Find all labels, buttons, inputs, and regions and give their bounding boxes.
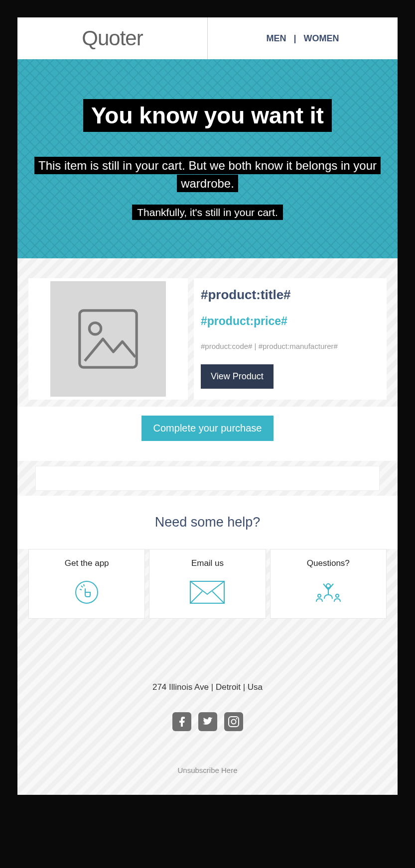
twitter-icon[interactable] [198,712,217,731]
product-image-placeholder [50,281,166,397]
product-info-card: #product:title# #product:price# #product… [194,278,387,400]
hero-subtitle-1: This item is still in your cart. But we … [34,157,381,192]
svg-line-5 [80,589,82,590]
tap-icon [33,577,140,607]
svg-point-9 [326,584,330,588]
svg-point-17 [236,718,237,720]
svg-point-14 [336,594,339,597]
hero-title: You know you want it [83,99,332,132]
svg-line-3 [81,586,83,587]
brand-logo: Quoter [82,26,142,50]
footer: 274 Illinois Ave | Detroit | Usa Unsubsc… [17,652,398,795]
svg-line-12 [328,584,333,590]
product-price: #product:price# [201,315,380,328]
hero-subtitle-2: Thankfully, it's still in your cart. [132,205,283,220]
nav-men-link[interactable]: MEN [266,33,286,43]
help-card-label: Get the app [33,558,140,568]
envelope-icon [153,577,261,607]
instagram-icon[interactable] [224,712,243,731]
facebook-icon[interactable] [172,712,191,731]
view-product-button[interactable]: View Product [201,364,274,389]
people-icon [275,577,382,607]
svg-rect-15 [229,717,239,727]
svg-line-4 [84,584,84,586]
image-placeholder-icon [76,307,140,371]
help-card-app[interactable]: Get the app [28,549,145,619]
product-title: #product:title# [201,287,380,303]
help-card-label: Questions? [275,558,382,568]
help-card-questions[interactable]: Questions? [270,549,387,619]
svg-point-16 [231,720,236,724]
help-card-email[interactable]: Email us [149,549,266,619]
svg-point-1 [89,323,101,334]
svg-point-13 [318,594,321,597]
primary-nav: MEN | WOMEN [266,33,339,44]
svg-line-7 [190,591,202,603]
nav-women-link[interactable]: WOMEN [304,33,339,43]
unsubscribe-link[interactable]: Unsubscribe Here [177,766,237,774]
help-card-label: Email us [153,558,261,568]
divider-strip [35,466,380,491]
product-row: #product:title# #product:price# #product… [17,278,398,400]
help-title: Need some help? [17,496,398,549]
footer-address: 274 Illinois Ave | Detroit | Usa [27,682,388,692]
svg-line-8 [212,591,224,603]
product-image-card [28,278,188,400]
product-meta: #product:code# | #product:manufacturer# [201,342,380,350]
header: Quoter MEN | WOMEN [17,17,398,59]
hero-banner: You know you want it This item is still … [17,59,398,258]
svg-line-11 [323,584,328,590]
complete-purchase-button[interactable]: Complete your purchase [141,416,274,441]
nav-separator: | [293,33,296,43]
